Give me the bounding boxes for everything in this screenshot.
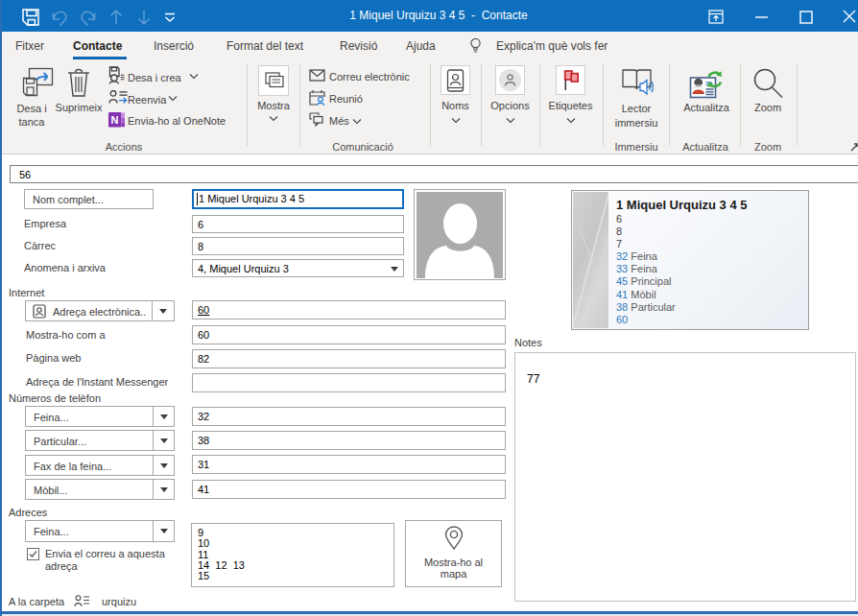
svg-text:N: N bbox=[111, 114, 119, 126]
